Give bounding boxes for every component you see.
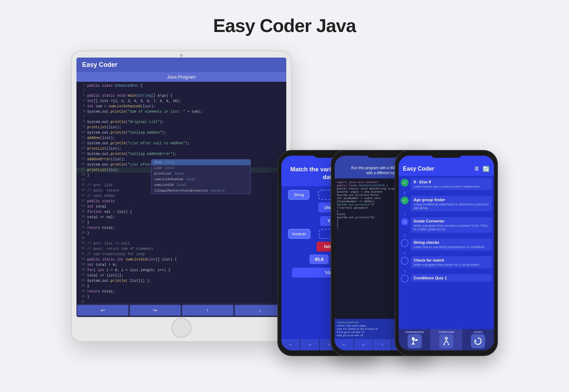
code-line-36: 36 for( int i = 0; i < list.length; i++)… — [76, 268, 286, 273]
lesson-content-2[interactable]: Age group finder Using conditional state… — [411, 196, 492, 211]
code-line-28: 28 return total; — [76, 225, 286, 231]
match-cell-boolean[interactable]: boolean — [288, 229, 310, 239]
lesson-item-6[interactable]: Conditions Quiz 1 — [401, 274, 492, 283]
code-line-39: 39 } — [76, 284, 286, 289]
ipad-screen: Easy Coder Java Program 1public class En… — [76, 58, 286, 317]
code-line-3: 3 public static void main(String[] args)… — [76, 93, 286, 98]
lesson-item-2[interactable]: ✓ Age group finder Using conditional sta… — [401, 196, 492, 211]
lesson-connector-1 — [404, 192, 405, 194]
lesson-dot-4 — [401, 239, 409, 247]
lesson-content-4[interactable]: String checks Learn how to use string co… — [411, 238, 492, 251]
svg-line-9 — [446, 341, 448, 343]
lesson-desc-4: Learn how to use string comparisons in c… — [414, 245, 489, 249]
lesson-item-1[interactable]: ✓ If - Else If Learn how to use a series… — [401, 178, 492, 190]
code-line-12: 12 System.out.println("List after call t… — [76, 141, 286, 146]
code-line-42: 42 — [76, 300, 286, 304]
code-line-23: 23 public static — [76, 199, 286, 204]
code-fwd-btn[interactable]: → — [354, 339, 373, 350]
match-fwd-btn[interactable]: → — [301, 339, 319, 350]
lesson-dot-6 — [401, 275, 409, 283]
svg-point-11 — [448, 344, 449, 345]
code-line-4: 4 int[] list ={1, 2, 3, 4, 5, 6, 7, 8, 9… — [76, 98, 286, 104]
code-line-14: 14 System.out.println("Calling addOneErr… — [76, 151, 286, 157]
autocomplete-popup[interactable]: listlocal Listlocal printListlocal sumLi… — [151, 159, 251, 194]
lesson-desc-3: Write a program that converts a number %… — [414, 224, 489, 231]
ipad-camera — [180, 54, 183, 57]
toolbar-undo-btn[interactable]: ↩ — [77, 305, 128, 316]
phone-lessons-screen: Easy Coder 🗎 🔄 ✓ If - Else If Learn how … — [399, 156, 494, 350]
lesson-item-4[interactable]: String checks Learn how to use string co… — [401, 238, 492, 251]
lesson-name-5: Check for match — [414, 258, 489, 262]
lesson-check-2: ✓ — [401, 197, 409, 204]
code-line-8: 8 System.out.println("Original List"); — [76, 119, 286, 125]
ipad-tab-bar[interactable]: Java Program — [76, 72, 286, 82]
lesson-connector-3 — [404, 234, 405, 237]
lesson-doc-icon[interactable]: 🗎 — [474, 166, 480, 172]
svg-rect-3 — [415, 339, 418, 341]
code-line-5: 5 int sum = sumListEnhanced(list); — [76, 104, 286, 109]
ipad-app-header: Easy Coder — [76, 58, 286, 72]
lesson-share-icon[interactable]: 🔄 — [483, 166, 490, 172]
lesson-content-1[interactable]: If - Else If Learn how to use a series o… — [411, 178, 492, 190]
code-line-9: 9 printList(list); — [76, 125, 286, 130]
ipad-body: Easy Coder Java Program 1public class En… — [71, 50, 292, 342]
ipad-code-editor[interactable]: 1public class EnhancedFor { 2 3 public s… — [76, 82, 286, 304]
ipad-home-button[interactable] — [171, 318, 191, 338]
code-line-38: 38 System.out.println( list[i] ); — [76, 278, 286, 284]
lesson-name-3: Grade Converter — [414, 219, 489, 223]
code-line-1: 1public class EnhancedFor { — [76, 83, 286, 88]
match-cell-string[interactable]: String — [288, 190, 309, 200]
phone-lessons-device: Easy Coder 🗎 🔄 ✓ If - Else If Learn how … — [395, 150, 498, 356]
code-line-10: 10 System.out.println("Calling addOne"); — [76, 130, 286, 135]
code-line-6: 6 System.out.println("Sum of elements in… — [76, 109, 286, 114]
page-title: Easy Coder Java — [213, 15, 356, 36]
ipad-app-name: Easy Coder — [82, 61, 117, 68]
conditions-icon[interactable] — [439, 334, 453, 348]
phone-code-notch — [366, 151, 398, 158]
lesson-desc-2: Using conditional statements to determin… — [414, 203, 489, 210]
nav-conditions[interactable]: CONDITIONS — [430, 329, 462, 350]
lesson-connector-2 — [404, 213, 405, 216]
svg-point-10 — [443, 344, 445, 345]
svg-point-6 — [445, 337, 447, 339]
nav-comparisons[interactable]: COMPARISONS — [399, 329, 430, 350]
lesson-desc-1: Learn how to use a series of else if sta… — [414, 185, 489, 188]
svg-marker-12 — [475, 339, 477, 341]
lesson-content-6[interactable]: Conditions Quiz 1 — [411, 274, 492, 282]
svg-line-8 — [444, 341, 446, 343]
match-back-btn[interactable]: ← — [281, 339, 300, 350]
lesson-item-3[interactable]: Grade Converter Write a program that con… — [401, 217, 492, 233]
main-scene: Easy Coder Java Easy Coder Java Program … — [71, 36, 498, 356]
lesson-item-5[interactable]: Check for match Write a program that che… — [401, 256, 492, 268]
lesson-connector-5 — [404, 270, 405, 273]
lesson-connector-4 — [404, 252, 405, 255]
loops-icon[interactable] — [471, 334, 485, 348]
lesson-name-1: If - Else If — [414, 180, 489, 184]
lesson-name-4: String checks — [414, 240, 489, 245]
code-up-btn[interactable]: ↑ — [373, 339, 392, 350]
toolbar-up-btn[interactable]: ↑ — [182, 305, 233, 316]
code-line-32: 32 // post: return sum of elements — [76, 246, 286, 252]
code-line-22: 22 // uses enhan — [76, 193, 286, 199]
svg-point-0 — [412, 337, 415, 340]
lesson-desc-5: Write a program that checks for a string… — [414, 263, 489, 267]
nav-loops[interactable]: LOOPS — [462, 329, 494, 350]
match-num-1[interactable]: 45.8 — [309, 254, 328, 264]
toolbar-redo-btn[interactable]: ↪ — [130, 305, 181, 316]
code-line-35: 35 int total = 0; — [76, 262, 286, 268]
code-line-2: 2 — [76, 88, 286, 93]
code-back-btn[interactable]: ← — [335, 339, 353, 350]
lesson-content-5[interactable]: Check for match Write a program that che… — [411, 256, 492, 268]
lesson-list: ✓ If - Else If Learn how to use a series… — [399, 176, 494, 329]
ipad-toolbar: ↩ ↪ ↑ ↓ — [76, 304, 286, 317]
code-line-27: 27 } — [76, 220, 286, 225]
code-line-37: 37 total += list[i]; — [76, 273, 286, 278]
lesson-header: Easy Coder 🗎 🔄 — [399, 156, 494, 176]
lesson-name-6: Conditions Quiz 1 — [414, 276, 489, 280]
lesson-content-3[interactable]: Grade Converter Write a program that con… — [411, 217, 492, 233]
comparisons-icon[interactable] — [408, 334, 422, 348]
lesson-dot-5 — [401, 257, 409, 265]
ipad-tab-label: Java Program — [167, 74, 196, 80]
code-line-40: 40 return total; — [76, 289, 286, 294]
lesson-header-icons: 🗎 🔄 — [474, 166, 490, 172]
